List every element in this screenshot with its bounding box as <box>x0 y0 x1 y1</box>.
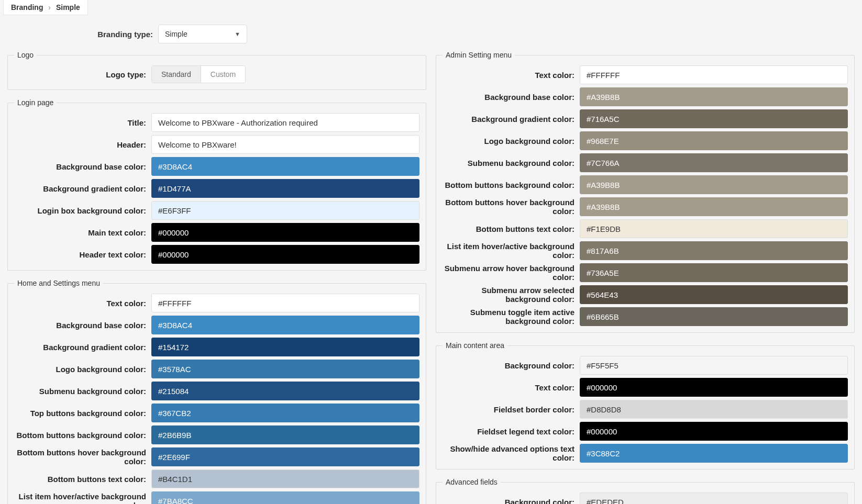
field-control <box>580 197 848 216</box>
logo-type-standard[interactable]: Standard <box>152 66 201 83</box>
color-input[interactable] <box>580 241 848 260</box>
color-input[interactable] <box>151 360 419 378</box>
breadcrumb-root[interactable]: Branding <box>11 3 43 12</box>
field-row: Logo background color: <box>443 131 848 150</box>
field-label: Submenu arrow selected background color: <box>443 286 580 304</box>
field-control <box>151 179 419 198</box>
field-control <box>151 294 419 312</box>
color-input[interactable] <box>151 316 419 334</box>
field-row: Text color: <box>443 378 848 397</box>
field-label: Main text color: <box>14 228 151 237</box>
field-label: Background gradient color: <box>14 343 151 352</box>
logo-type-custom[interactable]: Custom <box>201 66 245 83</box>
field-control <box>580 131 848 150</box>
field-row: Background base color: <box>443 87 848 106</box>
field-row: Background gradient color: <box>443 109 848 128</box>
field-control <box>580 307 848 326</box>
field-control <box>580 219 848 238</box>
field-label: List item hover/active background color: <box>443 242 580 260</box>
color-input[interactable] <box>580 175 848 194</box>
color-input[interactable] <box>151 382 419 400</box>
field-row: List item hover/active background color: <box>443 241 848 260</box>
color-input[interactable] <box>151 201 419 220</box>
field-label: Logo background color: <box>443 137 580 145</box>
color-input[interactable] <box>580 153 848 172</box>
color-input[interactable] <box>151 294 419 312</box>
field-row: Bottom buttons hover background color: <box>443 197 848 216</box>
color-input[interactable] <box>580 378 848 397</box>
field-row: Bottom buttons text color: <box>443 219 848 238</box>
color-input[interactable] <box>151 179 419 198</box>
color-input[interactable] <box>580 400 848 419</box>
breadcrumb: Branding › Simple <box>3 0 88 15</box>
field-control <box>151 404 419 422</box>
legend-home-menu: Home and Settings menu <box>14 279 103 287</box>
color-input[interactable] <box>580 422 848 441</box>
color-input[interactable] <box>151 469 419 488</box>
field-row: Main text color: <box>14 223 419 242</box>
field-control <box>151 425 419 444</box>
color-input[interactable] <box>151 245 419 264</box>
field-row: Fieldset border color: <box>443 400 848 419</box>
field-label: Fieldset border color: <box>443 405 580 414</box>
fieldset-main-content: Main content area Background color:Text … <box>436 341 855 469</box>
field-row: Background color: <box>443 356 848 375</box>
field-control <box>151 469 419 488</box>
color-input[interactable] <box>580 109 848 128</box>
field-row: List item hover/active background color: <box>14 491 419 504</box>
color-input[interactable] <box>151 338 419 356</box>
field-label: Login box background color: <box>14 206 151 215</box>
color-input[interactable] <box>580 219 848 238</box>
text-input[interactable] <box>151 135 419 154</box>
field-control <box>580 422 848 441</box>
legend-logo: Logo <box>14 51 37 59</box>
color-input[interactable] <box>580 131 848 150</box>
color-input[interactable] <box>580 356 848 375</box>
field-control <box>151 157 419 176</box>
field-row: Submenu arrow hover background color: <box>443 263 848 282</box>
field-control <box>580 175 848 194</box>
field-label: Bottom buttons hover background color: <box>443 198 580 216</box>
field-label: Background gradient color: <box>14 184 151 193</box>
color-input[interactable] <box>580 285 848 304</box>
text-input[interactable] <box>151 113 419 132</box>
color-input[interactable] <box>151 447 419 466</box>
field-row: Submenu arrow selected background color: <box>443 285 848 304</box>
field-row: Header text color: <box>14 245 419 264</box>
field-control <box>151 201 419 220</box>
field-label: Top buttons background color: <box>14 409 151 418</box>
color-input[interactable] <box>151 425 419 444</box>
color-input[interactable] <box>580 263 848 282</box>
branding-type-row: Branding type: Simple ▼ <box>7 25 855 43</box>
field-control <box>151 491 419 504</box>
color-input[interactable] <box>151 491 419 504</box>
field-row: Submenu toggle item active background co… <box>443 307 848 326</box>
color-input[interactable] <box>580 65 848 84</box>
field-row: Bottom buttons text color: <box>14 469 419 488</box>
breadcrumb-leaf[interactable]: Simple <box>56 3 80 12</box>
color-input[interactable] <box>580 197 848 216</box>
color-input[interactable] <box>580 307 848 326</box>
field-label: Submenu background color: <box>14 387 151 396</box>
color-input[interactable] <box>580 87 848 106</box>
field-control <box>580 241 848 260</box>
field-label: Title: <box>14 118 151 127</box>
field-label: Submenu arrow hover background color: <box>443 264 580 282</box>
field-label: Header: <box>14 140 151 149</box>
field-control <box>151 338 419 356</box>
color-input[interactable] <box>580 444 848 463</box>
field-control <box>580 378 848 397</box>
field-label: Background base color: <box>443 93 580 102</box>
color-input[interactable] <box>151 223 419 242</box>
branding-type-select[interactable]: Simple ▼ <box>158 25 247 43</box>
field-label: Background base color: <box>14 162 151 171</box>
field-row: Background gradient color: <box>14 179 419 198</box>
field-label: Submenu background color: <box>443 159 580 167</box>
field-control <box>151 113 419 132</box>
color-input[interactable] <box>151 404 419 422</box>
field-control <box>580 400 848 419</box>
color-input[interactable] <box>580 492 848 504</box>
field-control <box>580 356 848 375</box>
color-input[interactable] <box>151 157 419 176</box>
field-row: Bottom buttons background color: <box>14 425 419 444</box>
